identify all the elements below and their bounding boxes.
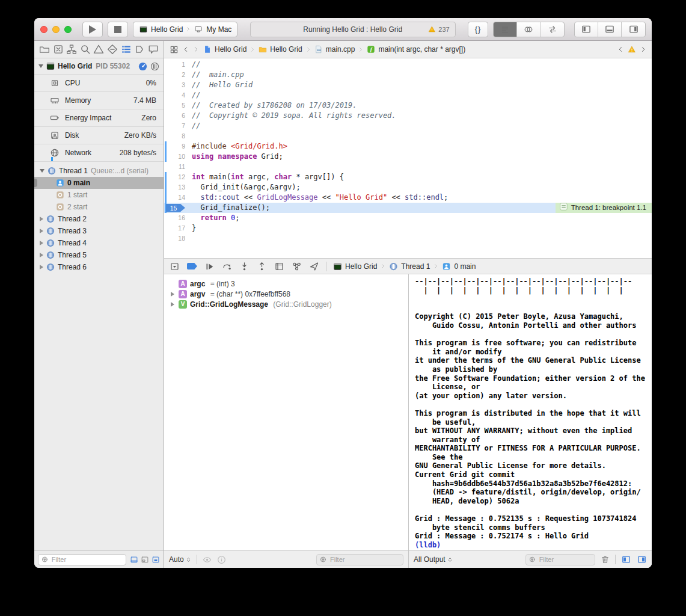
gauge-row-disk[interactable]: DiskZero KB/s: [34, 126, 164, 144]
line-number-gutter[interactable]: 10: [164, 152, 192, 162]
breakpoint-annotation[interactable]: Thread 1: breakpoint 1.1: [556, 203, 652, 213]
info-icon[interactable]: [217, 555, 226, 564]
stacks-badge-icon[interactable]: [150, 62, 159, 71]
disclosure-right-icon[interactable]: [40, 229, 43, 233]
forward-button[interactable]: [193, 46, 199, 53]
debug-crumb[interactable]: Hello Grid: [333, 262, 377, 271]
variable-row[interactable]: Aargv = (char **) 0x7ffeefbff568: [164, 289, 408, 299]
thread-row[interactable]: Thread 4: [34, 237, 164, 249]
variables-filter-input[interactable]: [329, 555, 400, 564]
line-number-gutter[interactable]: 9: [164, 141, 192, 152]
disclosure-right-icon[interactable]: [170, 292, 176, 297]
line-number-gutter[interactable]: 8: [164, 131, 192, 141]
line-number-gutter[interactable]: 1: [164, 60, 192, 70]
line-number-gutter[interactable]: 15: [164, 203, 192, 213]
gauge-row-network[interactable]: Network208 bytes/s: [34, 144, 164, 161]
disclosure-down-icon[interactable]: [38, 64, 43, 68]
jump-bar-crumb[interactable]: Hello Grid: [203, 45, 247, 54]
stop-button[interactable]: [108, 22, 128, 37]
disclosure-right-icon[interactable]: [40, 253, 43, 257]
navigator-tab-project[interactable]: [39, 44, 50, 55]
line-number-gutter[interactable]: 13: [164, 182, 192, 192]
lldb-prompt[interactable]: (lldb): [415, 541, 446, 549]
jump-bar-crumb[interactable]: main.cpp: [314, 45, 355, 54]
warning-badge[interactable]: 237: [428, 22, 449, 37]
navigator-tab-issue[interactable]: [93, 44, 104, 55]
navigator-tab-hierarchy[interactable]: [66, 44, 77, 55]
minimize-window-button[interactable]: [52, 26, 60, 33]
back-button[interactable]: [183, 46, 189, 53]
assistant-editor-button[interactable]: [517, 22, 541, 37]
next-issue-button[interactable]: [640, 46, 646, 53]
toggle-console-pane-button[interactable]: [637, 555, 647, 564]
scheme-selector[interactable]: Hello Grid My Mac: [133, 22, 237, 37]
disclosure-right-icon[interactable]: [40, 265, 43, 270]
toggle-variables-pane-button[interactable]: [621, 555, 631, 564]
stack-frame-row[interactable]: 0 main: [34, 177, 164, 189]
jump-bar-crumb[interactable]: fmain(int argc, char * argv[]): [367, 45, 465, 54]
console-output-popup[interactable]: All Output: [414, 555, 453, 564]
clear-console-button[interactable]: [601, 555, 610, 564]
run-button[interactable]: [82, 22, 103, 37]
thread-row[interactable]: Thread 1Queue:...d (serial): [34, 165, 164, 177]
navigator-tab-breakpoint[interactable]: [134, 44, 145, 55]
navigator-panel-toggle-button[interactable]: [575, 22, 598, 37]
stack-frame-row[interactable]: 1 start: [34, 189, 164, 201]
console-output[interactable]: --|--|--|--|--|--|--|--|--|--|--|--|--|-…: [409, 274, 652, 550]
gauge-row-energy[interactable]: Energy ImpactZero: [34, 109, 164, 126]
variable-row[interactable]: VGrid::GridLogMessage (Grid::GridLogger): [164, 299, 408, 309]
step-out-button[interactable]: [257, 262, 267, 271]
variables-scope-popup[interactable]: Auto: [169, 555, 191, 564]
inspectors-panel-toggle-button[interactable]: [622, 22, 645, 37]
navigator-tab-report[interactable]: [148, 44, 159, 55]
navigator-tab-search[interactable]: [80, 44, 91, 55]
debug-crumb[interactable]: 0 main: [442, 262, 476, 271]
gauge-row-cpu[interactable]: CPU0%: [34, 74, 164, 91]
line-number-gutter[interactable]: 14: [164, 192, 192, 203]
line-number-gutter[interactable]: 16: [164, 213, 192, 223]
disclosure-right-icon[interactable]: [40, 217, 43, 221]
thread-row[interactable]: Thread 6: [34, 261, 164, 273]
close-window-button[interactable]: [40, 26, 47, 33]
navigator-tab-debug[interactable]: [121, 44, 132, 55]
line-number-gutter[interactable]: 3: [164, 80, 192, 90]
line-number-gutter[interactable]: 2: [164, 70, 192, 80]
variables-filter[interactable]: [316, 554, 403, 565]
variables-view[interactable]: Aargc = (int) 3Aargv = (char **) 0x7ffee…: [164, 274, 409, 550]
thread-row[interactable]: Thread 5: [34, 249, 164, 261]
console-filter-input[interactable]: [538, 555, 592, 564]
zoom-window-button[interactable]: [64, 26, 72, 33]
debug-area-panel-toggle-button[interactable]: [598, 22, 622, 37]
navigator-filter[interactable]: [38, 554, 126, 565]
standard-editor-button[interactable]: [494, 22, 517, 37]
step-into-button[interactable]: [239, 262, 250, 271]
disclosure-right-icon[interactable]: [170, 302, 176, 307]
thread-row[interactable]: Thread 2: [34, 213, 164, 225]
debug-crumb[interactable]: Thread 1: [389, 262, 430, 271]
line-number-gutter[interactable]: 11: [164, 162, 192, 172]
jump-bar-crumb[interactable]: Hello Grid: [259, 45, 302, 54]
disclosure-right-icon[interactable]: [40, 241, 43, 245]
line-number-gutter[interactable]: 17: [164, 223, 192, 233]
variable-row[interactable]: Aargc = (int) 3: [164, 279, 408, 289]
line-number-gutter[interactable]: 6: [164, 111, 192, 121]
view-hierarchy-button[interactable]: [274, 262, 284, 271]
view-mode-by-frame-button[interactable]: [141, 556, 149, 564]
view-mode-grouped-button[interactable]: [152, 556, 160, 564]
continue-button[interactable]: [204, 262, 215, 271]
line-number-gutter[interactable]: 12: [164, 172, 192, 182]
source-editor[interactable]: 1//2// main.cpp3// Hello Grid4//5// Crea…: [164, 58, 652, 258]
line-number-gutter[interactable]: 18: [164, 233, 192, 244]
previous-issue-button[interactable]: [617, 46, 623, 53]
navigator-tab-test[interactable]: [107, 44, 118, 55]
stack-frame-row[interactable]: 2 start: [34, 201, 164, 213]
step-over-button[interactable]: [222, 262, 232, 271]
simulate-location-button[interactable]: [309, 262, 319, 271]
navigator-tab-symbol[interactable]: [53, 44, 64, 55]
process-row[interactable]: Hello Grid PID 55302: [34, 58, 164, 74]
code-snippet-button[interactable]: {}: [468, 22, 488, 37]
related-items-icon[interactable]: [170, 45, 179, 54]
line-number-gutter[interactable]: 7: [164, 121, 192, 131]
line-number-gutter[interactable]: 4: [164, 90, 192, 100]
disclosure-down-icon[interactable]: [40, 169, 44, 173]
